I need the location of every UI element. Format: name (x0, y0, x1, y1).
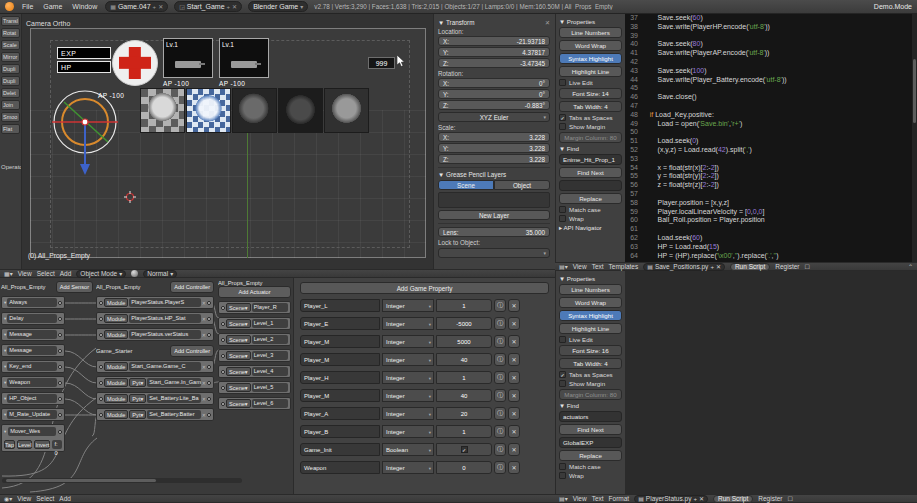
tool-button-dupli[interactable]: Dupli (1, 76, 20, 86)
code-line[interactable] (642, 84, 644, 93)
highlight-line-toggle[interactable]: Highlight Line (559, 323, 622, 334)
text-editor-top[interactable]: 37 Save.seek(60)38 Save.write(PlayerHP.e… (625, 14, 917, 262)
code-line[interactable]: Save.write(PlayerHP.encode('utf-8')) (642, 23, 770, 32)
connector-dot[interactable] (99, 397, 103, 401)
editor-type-icon[interactable]: ▤▾ (559, 495, 568, 502)
logic-horizontal-scrollbar[interactable] (2, 478, 242, 483)
datablock-selector[interactable]: ▤PlayerStatus.py+✕ (634, 495, 708, 503)
find-input[interactable]: Enime_Hit_Prop_1 (559, 154, 622, 165)
connector-dot[interactable] (207, 333, 211, 337)
property-name-field[interactable]: Player_B (300, 425, 380, 438)
connector-dot[interactable] (99, 381, 103, 385)
controller-brick[interactable]: ModulePlayerStatus.verStatus✕ (96, 328, 214, 341)
code-line[interactable] (642, 225, 644, 234)
word-wrap-toggle[interactable]: Word Wrap (559, 297, 622, 308)
wrap-checkbox[interactable]: Wrap (559, 472, 622, 479)
code-line[interactable] (642, 58, 644, 67)
code-line[interactable] (642, 155, 644, 164)
code-line[interactable] (642, 190, 644, 199)
delete-brick-icon[interactable]: ✕ (202, 412, 206, 418)
line-numbers-toggle[interactable]: Line Numbers (559, 27, 622, 38)
transform-panel-header[interactable]: ▼ Transform✕ (438, 19, 550, 26)
property-info-button[interactable]: ⓘ (494, 299, 506, 312)
actuator-name[interactable]: Level_6 (252, 399, 288, 408)
wrap-checkbox[interactable]: Wrap (559, 215, 622, 222)
controller-module-name[interactable]: PlayerStatus.verStatus (129, 330, 200, 339)
sensor-brick[interactable]: ▾Delay (1, 312, 65, 325)
property-type-dropdown[interactable]: Integer (382, 299, 434, 312)
controller-module-name[interactable]: PlayerStatus.PlayerS (129, 298, 200, 307)
text-menu-text[interactable]: Text (592, 263, 604, 270)
lens-field[interactable]: Lens:35.000 (438, 227, 550, 237)
engine-selector[interactable]: Blender Game▾ (248, 1, 308, 12)
property-name-field[interactable]: Player_H (300, 371, 380, 384)
connector-dot[interactable] (58, 430, 62, 434)
actuator-brick[interactable]: Scene▾Level_5 (218, 381, 291, 394)
editor-type-icon[interactable]: ▤▾ (559, 263, 568, 270)
mode-selector[interactable]: Object Mode▾ (76, 270, 126, 278)
syntax-highlight-toggle[interactable]: Syntax Highlight (559, 310, 622, 321)
frequency-field[interactable]: f: 0 (52, 440, 62, 449)
close-layout-icon[interactable]: ✕ (158, 3, 163, 10)
property-info-button[interactable]: ⓘ (494, 353, 506, 366)
operator-panel-header[interactable]: Operator (1, 164, 20, 170)
sensor-brick[interactable]: ▾Always (1, 296, 65, 309)
actuator-name[interactable]: Level_5 (252, 383, 288, 392)
replace-input[interactable]: GlobalEXP (559, 437, 622, 448)
connector-dot[interactable] (58, 333, 62, 337)
property-name-field[interactable]: Player_A (300, 407, 380, 420)
sensor-brick[interactable]: ▾Weapon (1, 376, 65, 389)
property-value-field[interactable]: 1 (436, 299, 492, 312)
code-line[interactable]: Ball_Roll.position = Player.position (642, 216, 765, 225)
register-checkbox[interactable]: ☐ (788, 495, 793, 502)
code-line[interactable]: Player.localLinearVelocity = [0,0,0] (642, 208, 764, 217)
property-type-dropdown[interactable]: Integer (382, 353, 434, 366)
add-sensor-button[interactable]: Add Sensor (56, 281, 93, 293)
connector-dot[interactable] (58, 397, 62, 401)
grease-source-object[interactable]: Object (494, 180, 550, 190)
tool-button-rotat[interactable]: Rotat (1, 28, 20, 38)
add-text-icon[interactable]: + (693, 496, 697, 502)
property-value-field[interactable]: 0 (436, 461, 492, 474)
tool-button-dupli[interactable]: Dupli (1, 64, 20, 74)
menu-window[interactable]: Window (70, 3, 99, 10)
delete-property-button[interactable]: ✕ (508, 407, 520, 420)
logic-editor[interactable]: All_Props_EmptyAdd Sensor▾Always▾Delay▾M… (0, 278, 293, 494)
connector-dot[interactable] (58, 413, 62, 417)
grease-pencil-panel-header[interactable]: ▼ Grease Pencil Layers (438, 171, 550, 178)
connector-dot[interactable] (58, 381, 62, 385)
invert-toggle[interactable]: Invert (34, 440, 50, 449)
actuator-name[interactable]: Level_3 (252, 351, 288, 360)
delete-property-button[interactable]: ✕ (508, 335, 520, 348)
datablock-selector[interactable]: ▤Save_Positions.py+✕ (643, 263, 725, 271)
code-line[interactable]: x = float(str(x)[2:-2]) (642, 164, 719, 173)
property-info-button[interactable]: ⓘ (494, 461, 506, 474)
actuator-type[interactable]: Scene▾ (226, 335, 251, 344)
font-size-slider[interactable]: Font Size: 14 (559, 88, 622, 99)
scale-x-field[interactable]: X:3.228 (438, 132, 550, 142)
connector-dot[interactable] (207, 317, 211, 321)
actuator-type[interactable]: Scene▾ (226, 351, 251, 360)
python-mode-dropdown[interactable]: Pyt▾ (129, 378, 146, 387)
add-layout-icon[interactable]: + (153, 4, 157, 10)
add-scene-icon[interactable]: + (227, 4, 231, 10)
connector-dot[interactable] (58, 365, 62, 369)
rotation-mode-dropdown[interactable]: XYZ Euler (438, 112, 550, 122)
property-name-field[interactable]: Player_M (300, 353, 380, 366)
property-type-dropdown[interactable]: Integer (382, 371, 434, 384)
connector-dot[interactable] (221, 306, 225, 310)
controller-module-name[interactable]: PlayerStatus.HP_Stat (129, 314, 200, 323)
live-edit-checkbox[interactable]: Live Edit (559, 79, 622, 86)
actuator-type[interactable]: Scene▾ (226, 367, 251, 376)
delete-property-button[interactable]: ✕ (508, 443, 520, 456)
close-panel-icon[interactable]: ✕ (545, 19, 550, 26)
tool-button-join[interactable]: Join (1, 100, 20, 110)
property-name-field[interactable]: Player_L (300, 299, 380, 312)
python-mode-dropdown[interactable]: Pyt▾ (129, 410, 146, 419)
property-name-field[interactable]: Game_Init (300, 443, 380, 456)
property-info-button[interactable]: ⓘ (494, 335, 506, 348)
code-line[interactable]: Load.seek(60) (642, 234, 702, 243)
tabs-as-spaces-checkbox[interactable]: ✓Tabs as Spaces (559, 371, 622, 378)
connector-dot[interactable] (207, 381, 211, 385)
tabs-as-spaces-checkbox[interactable]: ✓Tabs as Spaces (559, 114, 622, 121)
